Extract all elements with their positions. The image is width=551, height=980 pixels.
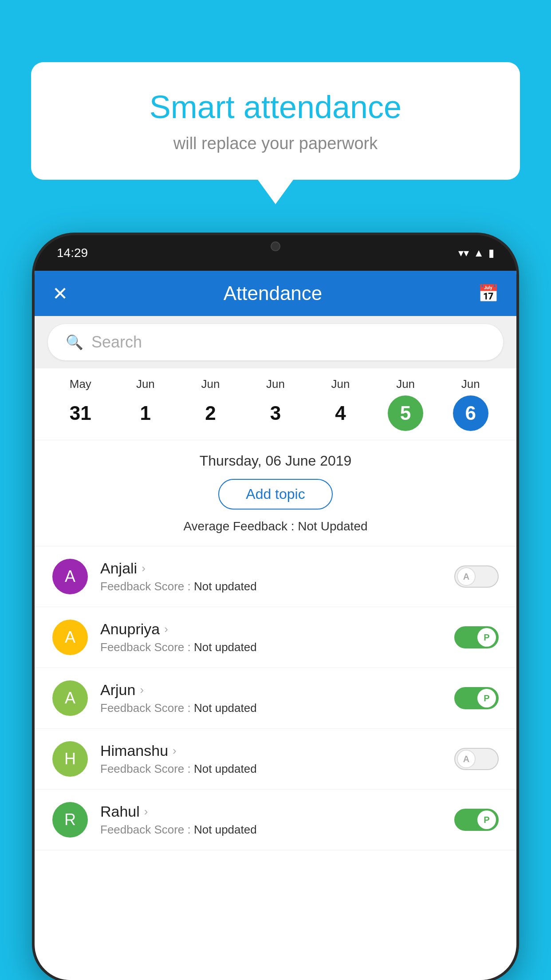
attendance-toggle[interactable]: P bbox=[454, 809, 499, 831]
student-info: Arjun ›Feedback Score : Not updated bbox=[100, 681, 442, 715]
phone-frame: 14:29 ▾▾ ▲ ▮ ✕ Attendance 📅 🔍 Search May… bbox=[35, 235, 516, 980]
student-name-row: Arjun › bbox=[100, 681, 442, 699]
student-feedback-text: Feedback Score : Not updated bbox=[100, 580, 442, 593]
cal-day-number: 31 bbox=[63, 395, 98, 431]
student-list: AAnjali ›Feedback Score : Not updatedAAA… bbox=[35, 546, 516, 850]
student-name-row: Anjali › bbox=[100, 560, 442, 577]
status-icons: ▾▾ ▲ ▮ bbox=[458, 247, 494, 259]
student-item[interactable]: AAnjali ›Feedback Score : Not updatedA bbox=[35, 546, 516, 607]
chevron-right-icon: › bbox=[173, 744, 177, 758]
attendance-toggle[interactable]: A bbox=[454, 565, 499, 588]
cal-month-label: May bbox=[70, 377, 91, 391]
calendar-day-0[interactable]: May31 bbox=[63, 377, 98, 431]
cal-day-number: 6 bbox=[453, 395, 488, 431]
student-item[interactable]: AAnupriya ›Feedback Score : Not updatedP bbox=[35, 607, 516, 668]
search-bar[interactable]: 🔍 Search bbox=[48, 324, 503, 360]
student-name-text: Himanshu bbox=[100, 742, 168, 759]
student-name-text: Rahul bbox=[100, 803, 140, 820]
calendar-day-3[interactable]: Jun3 bbox=[258, 377, 293, 431]
attendance-toggle[interactable]: A bbox=[454, 748, 499, 770]
calendar-day-1[interactable]: Jun1 bbox=[128, 377, 163, 431]
chevron-right-icon: › bbox=[164, 622, 168, 636]
student-info: Rahul ›Feedback Score : Not updated bbox=[100, 803, 442, 837]
student-item[interactable]: RRahul ›Feedback Score : Not updatedP bbox=[35, 790, 516, 850]
app-header: ✕ Attendance 📅 bbox=[35, 271, 516, 316]
date-info-section: Thursday, 06 June 2019 Add topic Average… bbox=[35, 440, 516, 546]
calendar-strip: May31Jun1Jun2Jun3Jun4Jun5Jun6 bbox=[35, 368, 516, 440]
toggle-switch[interactable]: P bbox=[454, 626, 499, 648]
student-item[interactable]: HHimanshu ›Feedback Score : Not updatedA bbox=[35, 729, 516, 790]
cal-day-number: 3 bbox=[258, 395, 293, 431]
student-feedback-text: Feedback Score : Not updated bbox=[100, 823, 442, 837]
student-name-row: Himanshu › bbox=[100, 742, 442, 759]
add-topic-button[interactable]: Add topic bbox=[218, 479, 332, 510]
student-feedback-text: Feedback Score : Not updated bbox=[100, 701, 442, 715]
calendar-day-2[interactable]: Jun2 bbox=[193, 377, 228, 431]
student-name-text: Arjun bbox=[100, 681, 135, 699]
toggle-switch[interactable]: P bbox=[454, 687, 499, 709]
student-avatar: A bbox=[52, 680, 88, 716]
phone-camera bbox=[271, 241, 280, 251]
battery-icon: ▮ bbox=[488, 247, 494, 259]
student-name-text: Anupriya bbox=[100, 620, 160, 638]
average-feedback-label: Average Feedback : Not Updated bbox=[183, 519, 367, 533]
cal-month-label: Jun bbox=[461, 377, 480, 391]
student-item[interactable]: AArjun ›Feedback Score : Not updatedP bbox=[35, 668, 516, 729]
student-name-row: Anupriya › bbox=[100, 620, 442, 638]
cal-month-label: Jun bbox=[201, 377, 220, 391]
phone-notch bbox=[240, 235, 311, 257]
cal-month-label: Jun bbox=[136, 377, 155, 391]
search-bar-wrapper: 🔍 Search bbox=[35, 316, 516, 368]
student-info: Himanshu ›Feedback Score : Not updated bbox=[100, 742, 442, 776]
toggle-knob: A bbox=[457, 567, 476, 586]
search-placeholder: Search bbox=[91, 333, 142, 352]
calendar-day-6[interactable]: Jun6 bbox=[453, 377, 488, 431]
student-avatar: A bbox=[52, 559, 88, 594]
speech-bubble-subtitle: will replace your paperwork bbox=[67, 134, 484, 153]
student-feedback-text: Feedback Score : Not updated bbox=[100, 762, 442, 776]
attendance-toggle[interactable]: P bbox=[454, 687, 499, 709]
toggle-switch[interactable]: A bbox=[454, 565, 499, 588]
student-name-row: Rahul › bbox=[100, 803, 442, 820]
cal-month-label: Jun bbox=[396, 377, 415, 391]
chevron-right-icon: › bbox=[142, 561, 146, 575]
cal-day-number: 1 bbox=[128, 395, 163, 431]
cal-day-number: 4 bbox=[323, 395, 358, 431]
speech-bubble-title: Smart attendance bbox=[67, 89, 484, 125]
attendance-toggle[interactable]: P bbox=[454, 626, 499, 648]
calendar-icon[interactable]: 📅 bbox=[478, 284, 499, 303]
cal-month-label: Jun bbox=[266, 377, 285, 391]
toggle-switch[interactable]: P bbox=[454, 809, 499, 831]
cal-day-number: 2 bbox=[193, 395, 228, 431]
search-icon: 🔍 bbox=[66, 334, 83, 351]
calendar-day-5[interactable]: Jun5 bbox=[388, 377, 423, 431]
phone-status-bar: 14:29 ▾▾ ▲ ▮ bbox=[35, 235, 516, 271]
app-title: Attendance bbox=[224, 282, 323, 304]
toggle-knob: P bbox=[477, 689, 496, 707]
cal-month-label: Jun bbox=[331, 377, 350, 391]
close-button[interactable]: ✕ bbox=[52, 283, 68, 304]
toggle-knob: A bbox=[457, 750, 476, 768]
student-avatar: A bbox=[52, 620, 88, 655]
chevron-right-icon: › bbox=[144, 805, 148, 818]
student-avatar: H bbox=[52, 741, 88, 777]
toggle-knob: P bbox=[477, 810, 496, 829]
student-feedback-text: Feedback Score : Not updated bbox=[100, 640, 442, 654]
toggle-knob: P bbox=[477, 628, 496, 647]
student-info: Anupriya ›Feedback Score : Not updated bbox=[100, 620, 442, 654]
speech-bubble-section: Smart attendance will replace your paper… bbox=[31, 62, 520, 204]
student-avatar: R bbox=[52, 802, 88, 838]
cal-day-number: 5 bbox=[388, 395, 423, 431]
phone-time: 14:29 bbox=[57, 246, 88, 260]
student-info: Anjali ›Feedback Score : Not updated bbox=[100, 560, 442, 593]
wifi-icon: ▾▾ bbox=[458, 247, 469, 259]
phone-screen: ✕ Attendance 📅 🔍 Search May31Jun1Jun2Jun… bbox=[35, 271, 516, 980]
student-name-text: Anjali bbox=[100, 560, 137, 577]
signal-icon: ▲ bbox=[473, 247, 484, 259]
toggle-switch[interactable]: A bbox=[454, 748, 499, 770]
chevron-right-icon: › bbox=[140, 683, 144, 697]
speech-bubble: Smart attendance will replace your paper… bbox=[31, 62, 520, 180]
date-label: Thursday, 06 June 2019 bbox=[200, 453, 352, 469]
calendar-day-4[interactable]: Jun4 bbox=[323, 377, 358, 431]
speech-bubble-arrow bbox=[258, 180, 293, 204]
